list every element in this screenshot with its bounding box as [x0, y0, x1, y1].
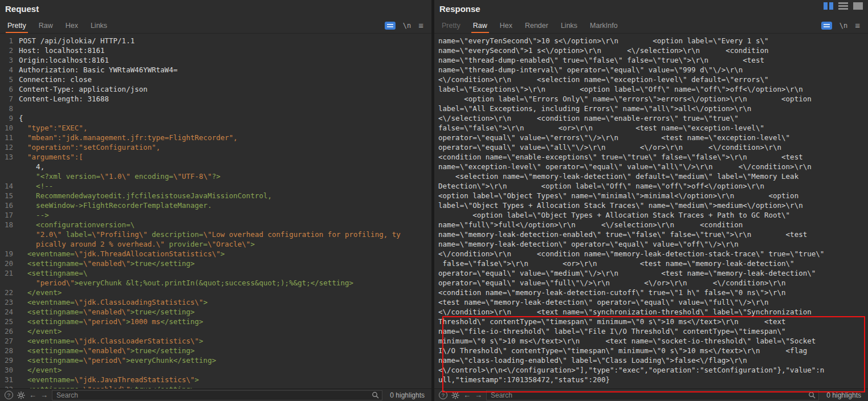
response-search-field: [486, 390, 819, 400]
tab-raw[interactable]: Raw: [32, 18, 59, 33]
response-code-line: name=\"file-io-threshold\" label=\"File …: [434, 326, 868, 336]
tab-markinfo[interactable]: MarkInfo: [584, 18, 624, 33]
request-code-line: 15 Recommendedwaytoedit.jfcfilesistouseJ…: [0, 191, 431, 200]
next-match-button[interactable]: →: [475, 391, 482, 399]
tab-hex[interactable]: Hex: [494, 18, 519, 33]
format-toggle-icon[interactable]: [385, 22, 396, 30]
request-header: Request: [0, 0, 431, 18]
request-code-line: 18 <configurationversion=\: [0, 220, 431, 230]
layout-columns-button[interactable]: [824, 2, 833, 10]
request-code-line: 9{: [0, 113, 431, 123]
response-code-line: name=\"memory-leak-detection-enabled\" t…: [434, 230, 868, 239]
request-code-line: "period\">everyChunk &lt;%out.printIn(&q…: [0, 278, 431, 288]
format-toggle-icon[interactable]: [821, 22, 832, 30]
request-code-line: 27 <eventname=\"jdk.ClassLoaderStatistic…: [0, 336, 431, 346]
editor-menu-icon[interactable]: ≡: [855, 21, 860, 30]
response-code-line: <option label=\"Object Types\" name=\"mi…: [434, 191, 868, 200]
request-code-line: 10 "type":"EXEC",: [0, 123, 431, 133]
request-code-line: 12 "operation":"setConfiguration",: [0, 142, 431, 152]
tab-pretty[interactable]: Pretty: [435, 18, 467, 33]
response-code-line: label=\"Exceptions\">\r\n <option label=…: [434, 84, 868, 94]
response-code-line: name=\"class-loading-enabled\" label=\"C…: [434, 355, 868, 365]
previous-match-button[interactable]: ←: [463, 391, 471, 399]
response-code-line: name=\"thread-dump-enabled\" true=\"fals…: [434, 55, 868, 65]
response-editor[interactable]: name=\"everyTenSecond\">10 s<\/option>\r…: [434, 34, 868, 388]
response-code-line: <option label=\"Object Types + Allocatio…: [434, 210, 868, 220]
tab-links[interactable]: Links: [84, 18, 113, 33]
request-code-line: 24 <settingname=\"enabled\">true</settin…: [0, 307, 431, 317]
request-code-line: 17 -->: [0, 210, 431, 220]
response-code-line: operator=\"equal\" value=\"all\"\/>\r\n …: [434, 142, 868, 152]
layout-single-button[interactable]: [853, 2, 863, 10]
next-match-button[interactable]: →: [40, 391, 48, 399]
request-code-line: 30 </event>: [0, 365, 431, 375]
response-tabs: PrettyRawHexRenderLinksMarkInfo: [435, 18, 624, 33]
request-code-line: 4Authorization: Basic YWRtaW46YWRtaW4=: [0, 65, 431, 75]
response-code-line: name=\"exception-level\" operator=\"equa…: [434, 162, 868, 171]
editor-menu-icon[interactable]: ≡: [418, 21, 423, 30]
request-tab-tools: \n ≡: [385, 21, 430, 30]
response-header: Response: [434, 0, 868, 18]
request-code-line: "<?xml version=\"1.0\" encoding=\"UTF-8\…: [0, 171, 431, 181]
request-code-line: 26 </event>: [0, 326, 431, 336]
response-code-line: ull,"timestamp":1701358472,"status":200}: [434, 375, 868, 384]
response-code-line: <option label=\"Errors Only\" name=\"err…: [434, 94, 868, 104]
tab-hex[interactable]: Hex: [59, 18, 84, 33]
response-code-line: minimum=\"0 s\">10 ms<\/text>\r\n <text …: [434, 336, 868, 346]
layout-rows-button[interactable]: [838, 2, 848, 10]
magnifier-icon: [808, 391, 816, 399]
request-code-line: 14 <!--: [0, 181, 431, 191]
request-search-bar: ? ← → 0 highlights: [0, 388, 431, 401]
search-settings-gear-icon[interactable]: [451, 391, 459, 399]
newline-toggle-icon[interactable]: \n: [403, 22, 411, 30]
request-editor[interactable]: 1POST /api/jolokia/ HTTP/1.12Host: local…: [0, 34, 431, 388]
request-code-line: 11 "mbean":"jdk.management.jfr:type=Flig…: [0, 133, 431, 142]
response-code-line: <\/condition>\r\n <text name=\"synchroni…: [434, 307, 868, 317]
request-code-line: 21 <settingname=\: [0, 268, 431, 278]
response-code-line: <\/condition>\r\n <condition name=\"memo…: [434, 249, 868, 259]
request-code-line: 22 </event>: [0, 288, 431, 297]
response-code-line: label=\"All Exceptions, including Errors…: [434, 104, 868, 113]
request-code-line: 31 <eventname=\"jdk.JavaThreadStatistics…: [0, 375, 431, 384]
response-code-line: operator=\"equal\" value=\"medium\"\/>\r…: [434, 268, 868, 278]
request-code-line: 29 <settingname=\"period\">everyChunk</s…: [0, 355, 431, 365]
response-code-line: <\/control>\r\n<\/configuration>"],"type…: [434, 365, 868, 375]
request-code-line: 20 <settingname=\"enabled\">true</settin…: [0, 259, 431, 268]
search-input[interactable]: [55, 391, 369, 400]
request-code-line: 6Content-Type: application/json: [0, 84, 431, 94]
request-search-field: [52, 390, 382, 400]
response-code-line: <test name=\"memory-leak-detection\" ope…: [434, 297, 868, 307]
tab-render[interactable]: Render: [519, 18, 555, 33]
help-icon[interactable]: ?: [5, 391, 13, 399]
tab-raw[interactable]: Raw: [467, 18, 494, 33]
response-code-line: false=\"false\">\r\n <or>\r\n <test name…: [434, 123, 868, 133]
response-code-line: label=\"Object Types + Allocation Stack …: [434, 200, 868, 210]
response-code-line: <\/selection>\r\n <condition name=\"enab…: [434, 113, 868, 123]
previous-match-button[interactable]: ←: [29, 391, 36, 399]
response-code-line: name=\"everyTenSecond\">10 s<\/option>\r…: [434, 36, 868, 46]
help-icon[interactable]: ?: [439, 391, 447, 399]
tab-links[interactable]: Links: [555, 18, 584, 33]
response-code-line: I\/O Threshold\" contentType=\"timespan\…: [434, 346, 868, 355]
response-code-line: name=\"full\">full<\/option>\r\n <\/sele…: [434, 220, 868, 230]
highlight-count: 0 highlights: [823, 391, 863, 399]
response-code-line: <selection name=\"memory-leak-detection\…: [434, 171, 868, 181]
request-code-line: 8: [0, 104, 431, 113]
magnifier-icon: [372, 391, 379, 399]
response-code-line: name=\"thread-dump-interval\" operator=\…: [434, 65, 868, 75]
request-code-line: 28 <settingname=\"enabled\">true</settin…: [0, 346, 431, 355]
tab-pretty[interactable]: Pretty: [1, 18, 32, 33]
request-tab-bar: PrettyRawHexLinks \n ≡: [0, 18, 431, 34]
request-tabs: PrettyRawHexLinks: [1, 18, 113, 33]
search-settings-gear-icon[interactable]: [17, 391, 25, 399]
highlight-count: 0 highlights: [386, 391, 427, 399]
request-code-line: 23 <eventname=\"jdk.ClassLoadingStatisti…: [0, 297, 431, 307]
request-code-line: 4,: [0, 162, 431, 171]
response-code-line: operator=\"equal\" value=\"full\"\/>\r\n…: [434, 278, 868, 288]
newline-toggle-icon[interactable]: \n: [840, 22, 847, 30]
request-code-line: 25 <settingname=\"period\">1000 ms</sett…: [0, 317, 431, 326]
response-code-line: Detection\">\r\n <option label=\"Off\" n…: [434, 181, 868, 191]
search-input[interactable]: [490, 391, 805, 400]
response-code-line: <\/condition>\r\n <selection name=\"exce…: [434, 75, 868, 84]
request-title: Request: [5, 4, 39, 14]
